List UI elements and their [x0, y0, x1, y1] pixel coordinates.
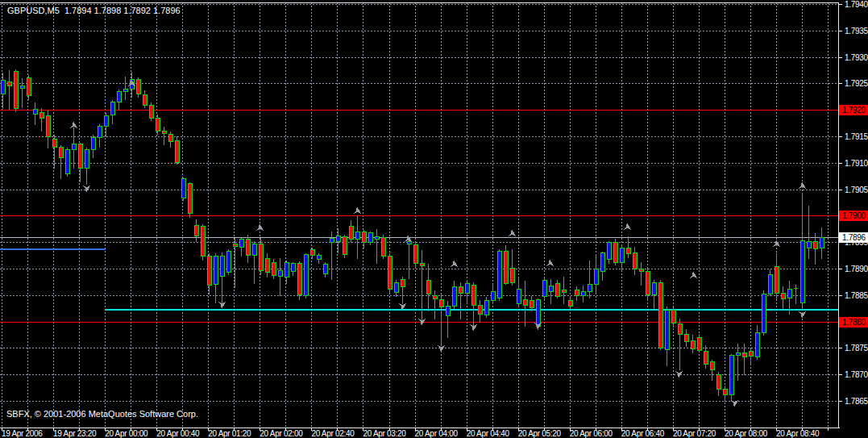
candle: [239, 238, 243, 257]
candle: [755, 325, 759, 360]
fractal-up-icon: [798, 181, 807, 190]
time-axis-label: 20 Apr 03:20: [363, 429, 405, 438]
candle: [820, 227, 824, 259]
price-axis[interactable]: 1.79401.79351.79301.79251.79201.79151.79…: [838, 0, 868, 428]
time-axis[interactable]: 19 Apr 200619 Apr 23:2020 Apr 00:0020 Ap…: [0, 428, 868, 438]
price-axis-label: 1.7905: [845, 185, 868, 195]
fractal-up-icon: [353, 206, 362, 215]
candle: [607, 241, 611, 264]
price-axis-label: 1.7910: [845, 158, 868, 169]
candle: [652, 280, 656, 309]
price-level-tag: 1.7920: [839, 105, 868, 115]
price-axis-label: 1.7925: [845, 78, 868, 89]
time-axis-label: 20 Apr 07:20: [673, 429, 716, 438]
candle: [446, 301, 450, 338]
candle: [517, 277, 521, 307]
candle: [207, 253, 211, 294]
candle: [149, 102, 153, 121]
candle: [588, 261, 592, 298]
candle: [355, 215, 359, 259]
candle: [168, 131, 172, 148]
price-axis-label: 1.7865: [845, 396, 868, 407]
candle: [20, 78, 24, 108]
time-axis-label: 20 Apr 06:40: [621, 429, 664, 438]
price-level-tag: 1.7880: [839, 317, 868, 327]
candle: [104, 113, 108, 137]
mt4-chart-window: GBPUSD,M5 1.7894 1.7898 1.7892 1.7896 SB…: [0, 0, 868, 438]
time-axis-label: 20 Apr 05:20: [518, 429, 561, 438]
candle: [510, 249, 514, 286]
candle: [278, 258, 282, 296]
candle: [678, 319, 682, 370]
candle: [394, 280, 398, 297]
candle: [426, 264, 430, 311]
candle: [497, 249, 501, 301]
time-axis-label: 20 Apr 08:00: [725, 429, 767, 438]
time-axis-label: 20 Apr 04:40: [467, 429, 509, 438]
fractal-down-icon: [82, 185, 91, 193]
candle: [201, 224, 205, 261]
indicator-lines: [0, 111, 838, 323]
candle: [762, 290, 766, 336]
time-axis-label: 19 Apr 23:20: [53, 429, 96, 438]
candle: [575, 286, 579, 301]
fractal-up-icon: [772, 240, 781, 248]
price-axis-label: 1.7930: [845, 52, 868, 63]
candle: [123, 77, 127, 100]
candle: [407, 240, 411, 279]
price-level-tag: 1.7900: [839, 211, 868, 221]
candle: [542, 277, 546, 299]
candle: [671, 307, 675, 327]
candle: [775, 253, 779, 299]
candles-layer: [1, 69, 824, 402]
candle: [226, 249, 230, 275]
candle: [65, 148, 69, 177]
candle: [14, 69, 18, 112]
candle: [304, 253, 308, 298]
time-axis-label: 19 Apr 2006: [2, 429, 43, 438]
candlestick-chart[interactable]: [0, 0, 868, 438]
candle: [85, 148, 89, 185]
candle: [549, 279, 553, 304]
candle: [471, 282, 476, 327]
chart-frame: [0, 2, 842, 431]
candle: [478, 300, 482, 323]
candle: [794, 285, 798, 304]
candle: [639, 262, 643, 286]
candle: [658, 280, 662, 350]
candle: [452, 281, 456, 309]
candle: [626, 236, 630, 258]
candle: [330, 232, 334, 280]
price-axis-label: 1.7915: [845, 131, 868, 142]
time-axis-label: 20 Apr 02:40: [311, 429, 354, 438]
candle: [459, 282, 463, 319]
candle: [710, 360, 714, 381]
candle: [362, 230, 366, 248]
price-axis-label: 1.7875: [845, 343, 868, 353]
candle: [749, 348, 753, 365]
price-axis-label: 1.7890: [845, 264, 868, 274]
candle: [162, 127, 166, 145]
candle: [175, 136, 179, 165]
candle: [665, 307, 669, 366]
time-axis-label: 20 Apr 01:20: [208, 429, 251, 438]
time-axis-label: 20 Apr 06:00: [570, 429, 613, 438]
fractal-arrows: [69, 79, 807, 407]
candle: [375, 229, 379, 264]
candle: [568, 296, 572, 309]
candle: [291, 262, 295, 276]
candle: [401, 277, 405, 304]
price-axis-label: 1.7870: [845, 369, 868, 380]
candle: [633, 247, 637, 275]
candle: [272, 259, 276, 279]
candle: [194, 219, 198, 242]
candle: [297, 261, 301, 300]
candle: [729, 354, 733, 402]
time-axis-label: 20 Apr 00:40: [156, 429, 199, 438]
candle: [336, 228, 340, 253]
candle: [7, 70, 11, 110]
candle: [581, 286, 585, 302]
candle: [284, 261, 289, 284]
candle: [252, 241, 256, 284]
fractal-up-icon: [546, 259, 554, 267]
